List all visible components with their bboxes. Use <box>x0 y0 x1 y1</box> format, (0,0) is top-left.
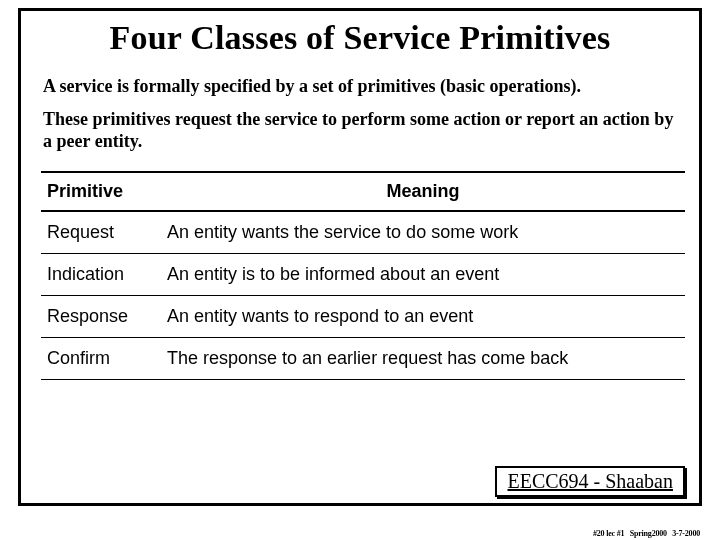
slide-body: A service is formally specified by a set… <box>21 57 699 380</box>
cell-meaning: The response to an earlier request has c… <box>161 337 685 379</box>
cell-primitive: Confirm <box>41 337 161 379</box>
primitives-table: Primitive Meaning Request An entity want… <box>41 171 685 380</box>
footer-course-label: EECC694 - Shaaban <box>507 470 673 492</box>
cell-meaning: An entity wants to respond to an event <box>161 295 685 337</box>
paragraph-1: A service is formally specified by a set… <box>43 75 677 98</box>
footer-course-box: EECC694 - Shaaban <box>495 466 685 497</box>
cell-primitive: Response <box>41 295 161 337</box>
table-header-row: Primitive Meaning <box>41 172 685 211</box>
header-meaning: Meaning <box>161 172 685 211</box>
footer-tiny-text: #20 lec #1 Spring2000 3-7-2000 <box>593 529 700 538</box>
cell-primitive: Request <box>41 211 161 254</box>
cell-primitive: Indication <box>41 253 161 295</box>
header-primitive: Primitive <box>41 172 161 211</box>
table-row: Request An entity wants the service to d… <box>41 211 685 254</box>
table-row: Confirm The response to an earlier reque… <box>41 337 685 379</box>
paragraph-2: These primitives request the service to … <box>43 108 677 153</box>
cell-meaning: An entity is to be informed about an eve… <box>161 253 685 295</box>
table-row: Indication An entity is to be informed a… <box>41 253 685 295</box>
cell-meaning: An entity wants the service to do some w… <box>161 211 685 254</box>
table-row: Response An entity wants to respond to a… <box>41 295 685 337</box>
slide-frame: Four Classes of Service Primitives A ser… <box>18 8 702 506</box>
slide-title: Four Classes of Service Primitives <box>21 19 699 57</box>
